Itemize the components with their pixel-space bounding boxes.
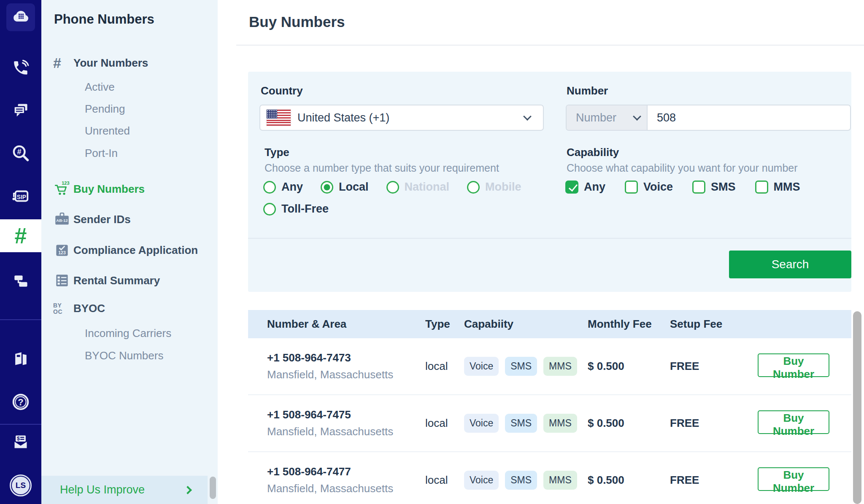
chevron-down-icon	[633, 112, 641, 121]
sidebar-item-number-lookup[interactable]: #	[0, 144, 41, 164]
sidebar-item-byoc-numbers[interactable]: BYOC Numbers	[85, 349, 163, 362]
radio-icon	[467, 181, 480, 194]
checkbox-icon	[625, 181, 638, 194]
capability-badges: Voice SMS MMS	[464, 357, 588, 376]
search-button[interactable]: Search	[729, 251, 851, 278]
mms-badge: MMS	[543, 414, 577, 433]
sidebar-scrollbar-thumb[interactable]	[210, 477, 216, 499]
number-type: local	[425, 474, 464, 487]
sidebar-item-sip-trunking[interactable]: SIP	[0, 186, 41, 208]
phone-area: Mansfield, Massachusetts	[267, 482, 425, 495]
sidebar-item-buy-numbers[interactable]: 123 Buy Numbers	[53, 180, 145, 198]
sidebar-item-active[interactable]: Active	[85, 81, 115, 94]
col-number-area: Number & Area	[267, 318, 425, 331]
buy-number-button[interactable]: Buy Number	[758, 410, 829, 434]
sidebar-item-label: Sender IDs	[73, 213, 131, 226]
buy-number-button[interactable]: Buy Number	[758, 467, 829, 491]
sidebar-item-pending[interactable]: Pending	[85, 102, 125, 116]
capability-option-sms[interactable]: SMS	[692, 181, 736, 194]
type-option-any[interactable]: Any	[263, 181, 303, 194]
table-header-row: Number & Area Type Capabiity Monthly Fee…	[248, 310, 851, 338]
capability-checkbox-row: Any Voice SMS MMS	[565, 181, 800, 194]
monthly-fee: $ 0.500	[588, 417, 670, 430]
cloud-dialpad-icon	[11, 7, 30, 28]
sidebar-item-workflow[interactable]	[0, 272, 41, 292]
svg-text:#: #	[17, 147, 22, 156]
sip-icon-text: SIP	[17, 194, 26, 200]
capability-label: Capability	[567, 146, 619, 159]
sms-badge: SMS	[505, 471, 537, 490]
setup-fee: FREE	[670, 360, 748, 373]
sidebar-item-messaging[interactable]	[0, 101, 41, 121]
phone-number: +1 508-964-7477	[267, 465, 425, 478]
sidebar-item-label: Rental Summary	[73, 274, 160, 287]
panel-divider	[248, 238, 851, 239]
mms-badge: MMS	[543, 471, 577, 490]
capability-option-mms[interactable]: MMS	[755, 181, 800, 194]
sidebar-item-billing[interactable]: $	[0, 433, 41, 453]
country-select[interactable]: United States (+1)	[259, 105, 544, 131]
radio-icon	[263, 203, 276, 216]
sidebar-item-port-in[interactable]: Port-In	[85, 147, 118, 160]
sidebar-item-compliance-application[interactable]: 123 Compliance Application	[53, 241, 198, 259]
number-type: local	[425, 417, 464, 430]
number-mode-value: Number	[576, 111, 616, 124]
svg-text:123: 123	[58, 250, 66, 255]
table-row: +1 508-964-7477 Mansfield, Massachusetts…	[248, 452, 851, 504]
number-mode-select[interactable]: Number	[567, 105, 648, 130]
cart-icon: 123	[53, 180, 73, 198]
type-option-toll-free[interactable]: Toll-Free	[263, 202, 329, 216]
page-title: Buy Numbers	[249, 13, 345, 30]
col-monthly-fee: Monthly Fee	[588, 318, 670, 331]
byoc-icon: BYOC	[53, 302, 73, 315]
capability-option-voice[interactable]: Voice	[625, 181, 673, 194]
avatar-initials: LS	[12, 477, 30, 494]
app-logo[interactable]	[6, 3, 35, 31]
svg-text:$: $	[17, 436, 20, 442]
type-radio-row2: Toll-Free	[263, 202, 329, 216]
type-option-national: National	[386, 181, 450, 194]
sidebar-item-your-numbers[interactable]: # Your Numbers	[53, 56, 148, 70]
table-row: +1 508-964-7473 Mansfield, Massachusetts…	[248, 338, 851, 395]
checkbox-checked-icon	[565, 181, 578, 194]
checkbox-icon	[692, 181, 705, 194]
chevron-down-icon	[523, 112, 532, 121]
sidebar-item-phone-numbers-active[interactable]: #	[0, 219, 41, 252]
type-option-local[interactable]: Local	[321, 181, 369, 194]
voice-badge: Voice	[464, 357, 499, 376]
sidebar-item-label: Pending	[85, 102, 125, 116]
capability-badges: Voice SMS MMS	[464, 471, 588, 490]
capability-badges: Voice SMS MMS	[464, 414, 588, 433]
number-pattern-input[interactable]	[648, 105, 850, 130]
user-avatar[interactable]: LS	[0, 474, 41, 496]
sidebar-item-byoc[interactable]: BYOC BYOC	[53, 302, 105, 315]
country-label: Country	[261, 84, 303, 97]
col-type: Type	[425, 318, 464, 331]
hash-icon: #	[53, 56, 73, 70]
sidebar-item-label: BYOC Numbers	[85, 349, 163, 362]
sidebar-item-voice[interactable]	[0, 59, 41, 78]
radio-icon	[263, 181, 276, 194]
capability-option-any[interactable]: Any	[565, 181, 605, 194]
sidebar-item-docs[interactable]	[0, 349, 41, 369]
sidebar-item-label: Buy Numbers	[73, 183, 145, 196]
sidebar-item-label: Your Numbers	[73, 57, 148, 70]
sidebar-item-label: BYOC	[73, 302, 105, 315]
setup-fee: FREE	[670, 474, 748, 487]
sidebar-item-incoming-carriers[interactable]: Incoming Carriers	[85, 327, 171, 340]
sms-badge: SMS	[505, 357, 537, 376]
buy-number-button[interactable]: Buy Number	[758, 353, 829, 377]
phone-area: Mansfield, Massachusetts	[267, 368, 425, 381]
sidebar-item-unrented[interactable]: Unrented	[85, 124, 130, 137]
monthly-fee: $ 0.500	[588, 474, 670, 487]
type-label: Type	[265, 146, 289, 159]
sidebar-item-help[interactable]: ?	[0, 392, 41, 413]
sidebar-item-sender-ids[interactable]: AB-12 Sender IDs	[53, 210, 131, 228]
sidebar-item-rental-summary[interactable]: Rental Summary	[53, 272, 160, 289]
sidebar-title: Phone Numbers	[54, 12, 154, 27]
main-scrollbar-thumb[interactable]	[853, 311, 861, 504]
phone-number: +1 508-964-7473	[267, 351, 425, 364]
help-us-improve-button[interactable]: Help Us Improve	[41, 476, 208, 504]
svg-text:AB-12: AB-12	[56, 218, 68, 223]
sidebar-item-label: Active	[85, 81, 115, 94]
